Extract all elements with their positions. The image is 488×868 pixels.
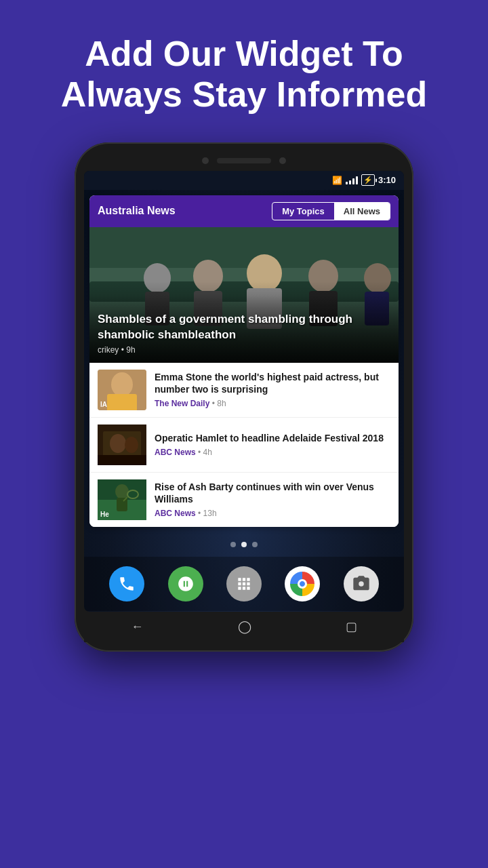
- signal-bars: [346, 176, 358, 184]
- news-content-0: Emma Stone the world's highest paid actr…: [155, 371, 390, 408]
- app-dock: [84, 557, 404, 611]
- promo-title: Add Our Widget To Always Stay Informed: [0, 0, 488, 136]
- svg-text:He: He: [100, 511, 109, 518]
- news-time-2: • 13h: [198, 509, 217, 518]
- hero-source-time: crikey • 9h: [98, 345, 390, 355]
- dock-hangouts-icon[interactable]: [168, 566, 203, 601]
- status-icons: 📶 ⚡ 3:10: [332, 174, 396, 186]
- status-time: 3:10: [378, 175, 396, 185]
- news-item-0[interactable]: IA Emma Stone the world's highest paid a…: [89, 363, 399, 418]
- news-thumb-barty: He: [98, 479, 146, 520]
- hero-source-label: crikey: [98, 345, 119, 355]
- phone-top-bar: [84, 157, 404, 171]
- dock-chrome-icon[interactable]: [285, 566, 320, 601]
- dot-1: [230, 542, 236, 547]
- status-bar: 📶 ⚡ 3:10: [84, 171, 404, 190]
- dot-2: [241, 542, 247, 547]
- svg-rect-26: [117, 498, 127, 511]
- phone-speaker: [217, 158, 271, 163]
- svg-point-3: [144, 263, 171, 293]
- news-content-2: Rise of Ash Barty continues with win ove…: [155, 481, 390, 518]
- hero-article[interactable]: Shambles of a government shambling throu…: [89, 227, 399, 363]
- news-item-2[interactable]: He Rise of Ash Barty continues with win …: [89, 473, 399, 527]
- front-sensor: [279, 157, 286, 164]
- wifi-icon: 📶: [332, 176, 342, 185]
- news-thumb-hamlet: [98, 425, 146, 465]
- news-time-0: • 8h: [212, 399, 226, 408]
- front-camera: [202, 157, 209, 164]
- battery-icon: ⚡: [361, 174, 375, 186]
- nav-bar: ← ◯ ▢: [84, 612, 404, 642]
- phone-shell: 📶 ⚡ 3:10 Australia News: [75, 142, 413, 652]
- news-headline-2: Rise of Ash Barty continues with win ove…: [155, 481, 390, 505]
- dock-apps-icon[interactable]: [226, 566, 262, 601]
- news-source-0: The New Daily: [155, 399, 209, 408]
- news-item-1[interactable]: Operatic Hamlet to headline Adelaide Fes…: [89, 418, 399, 473]
- hero-text-overlay: Shambles of a government shambling throu…: [89, 304, 399, 362]
- svg-rect-16: [107, 394, 137, 410]
- dock-camera-icon[interactable]: [344, 566, 379, 601]
- hero-headline: Shambles of a government shambling throu…: [98, 312, 390, 342]
- news-headline-1: Operatic Hamlet to headline Adelaide Fes…: [155, 432, 390, 444]
- svg-rect-2: [89, 281, 399, 302]
- svg-point-15: [111, 372, 133, 397]
- chrome-inner-circle: [298, 579, 307, 589]
- tab-my-topics[interactable]: My Topics: [272, 203, 334, 220]
- signal-bar-1: [346, 182, 348, 184]
- news-headline-0: Emma Stone the world's highest paid actr…: [155, 371, 390, 395]
- news-time-1: • 4h: [198, 448, 212, 457]
- svg-point-11: [364, 263, 391, 293]
- svg-point-5: [193, 260, 223, 292]
- signal-bar-4: [356, 176, 358, 184]
- svg-point-7: [247, 254, 282, 292]
- phone-mockup: 📶 ⚡ 3:10 Australia News: [75, 142, 413, 652]
- svg-point-20: [110, 434, 126, 453]
- phone-screen: 📶 ⚡ 3:10 Australia News: [84, 171, 404, 612]
- back-button[interactable]: ←: [131, 620, 144, 634]
- dot-3: [252, 542, 258, 547]
- widget-title: Australia News: [98, 205, 176, 217]
- news-thumb-emma: IA: [98, 370, 146, 410]
- recents-button[interactable]: ▢: [346, 619, 357, 634]
- chrome-icon-graphic: [290, 572, 314, 596]
- tab-all-news[interactable]: All News: [334, 203, 390, 220]
- svg-rect-22: [98, 455, 146, 465]
- widget-header: Australia News My Topics All News: [89, 195, 399, 227]
- tab-group[interactable]: My Topics All News: [272, 202, 390, 220]
- news-content-1: Operatic Hamlet to headline Adelaide Fes…: [155, 432, 390, 457]
- pagination-dots: [84, 532, 404, 557]
- news-meta-1: ABC News • 4h: [155, 448, 390, 457]
- home-button[interactable]: ◯: [238, 619, 251, 634]
- news-meta-2: ABC News • 13h: [155, 509, 390, 518]
- svg-point-9: [308, 260, 338, 292]
- news-source-2: ABC News: [155, 509, 196, 518]
- news-meta-0: The New Daily • 8h: [155, 399, 390, 408]
- signal-bar-2: [349, 180, 351, 184]
- news-widget: Australia News My Topics All News: [89, 195, 399, 527]
- signal-bar-3: [352, 178, 354, 184]
- hero-time: 9h: [126, 345, 135, 355]
- news-source-1: ABC News: [155, 448, 196, 457]
- svg-point-21: [125, 437, 138, 453]
- svg-text:IA: IA: [100, 401, 107, 408]
- dock-phone-icon[interactable]: [109, 566, 144, 601]
